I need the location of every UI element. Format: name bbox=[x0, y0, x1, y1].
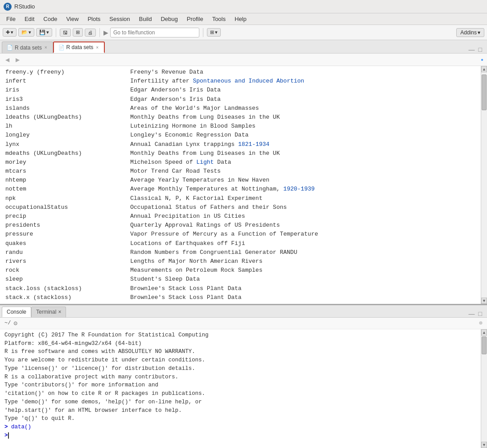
menu-help[interactable]: Help bbox=[231, 15, 250, 23]
table-row[interactable]: iris3Edgar Anderson's Iris Data bbox=[0, 95, 481, 104]
tab-r-datasets-active[interactable]: 📄 R data sets × bbox=[53, 41, 105, 53]
table-row[interactable]: randuRandom Numbers from Congruential Ge… bbox=[0, 248, 481, 257]
tab-console[interactable]: Console bbox=[2, 307, 31, 317]
table-row[interactable]: npkClassical N, P, K Factorial Experimen… bbox=[0, 194, 481, 203]
table-row[interactable]: morleyMichelson Speed of Light Data bbox=[0, 158, 481, 167]
dataset-description: Lengths of Major North American Rivers bbox=[130, 257, 475, 265]
minimize-pane-button[interactable]: — bbox=[467, 46, 476, 53]
console-scroll-up[interactable]: ▲ bbox=[481, 329, 487, 336]
console-output[interactable]: Copyright (C) 2017 The R Foundation for … bbox=[0, 329, 481, 448]
table-row[interactable]: occupationalStatusOccupational Status of… bbox=[0, 203, 481, 212]
menu-tools[interactable]: Tools bbox=[209, 15, 229, 23]
tab-r-datasets-inactive[interactable]: 📄 R data sets × bbox=[2, 41, 53, 53]
save-file-button[interactable]: 🖫 bbox=[60, 29, 71, 37]
menu-edit[interactable]: Edit bbox=[21, 15, 38, 23]
tab-inactive-close[interactable]: × bbox=[44, 45, 48, 50]
tab-active-label: R data sets bbox=[66, 44, 94, 50]
new-file-button[interactable]: ✚ ▾ bbox=[3, 28, 17, 37]
table-row[interactable]: islandsAreas of the World's Major Landma… bbox=[0, 104, 481, 113]
menu-code[interactable]: Code bbox=[40, 15, 61, 23]
table-row[interactable]: rockMeasurements on Petroleum Rock Sampl… bbox=[0, 266, 481, 275]
terminal-close[interactable]: × bbox=[58, 309, 61, 315]
table-row[interactable]: irisEdgar Anderson's Iris Data bbox=[0, 86, 481, 95]
open-file-button[interactable]: 📂 ▾ bbox=[18, 28, 34, 37]
table-row[interactable]: lhLuteinizing Hormone in Blood Samples bbox=[0, 122, 481, 131]
dataset-description: Brownlee's Stack Loss Plant Data bbox=[130, 285, 475, 293]
console-scroll-thumb[interactable] bbox=[482, 336, 487, 354]
folder-icon: 📂 bbox=[21, 29, 28, 35]
scroll-thumb-area[interactable] bbox=[481, 72, 487, 298]
dataset-description: Edgar Anderson's Iris Data bbox=[130, 95, 475, 104]
go-arrow-icon: ▶ bbox=[103, 29, 108, 36]
console-scroll-down[interactable]: ▼ bbox=[481, 442, 487, 448]
forward-button[interactable]: ▶ bbox=[14, 56, 21, 64]
grid-button[interactable]: ⊞ ▾ bbox=[207, 28, 221, 37]
table-row[interactable]: presidentsQuarterly Approval Ratings of … bbox=[0, 221, 481, 230]
dataset-description: Classical N, P, K Factorial Experiment bbox=[130, 195, 475, 203]
dataset-name: precip bbox=[5, 212, 130, 220]
back-button[interactable]: ◀ bbox=[4, 56, 11, 64]
menu-debug[interactable]: Debug bbox=[157, 15, 181, 23]
dataset-name: islands bbox=[5, 104, 130, 112]
floppy2-icon: ⊞ bbox=[76, 29, 80, 35]
console-line: Type 'contributors()' for more informati… bbox=[4, 381, 476, 390]
table-row[interactable]: infertInfertility after Spontaneous and … bbox=[0, 77, 481, 86]
maximize-pane-button[interactable]: □ bbox=[477, 46, 483, 53]
dataset-name: stack.x (stackloss) bbox=[5, 294, 130, 302]
scroll-up-arrow[interactable]: ▲ bbox=[481, 66, 487, 72]
dataset-name: rivers bbox=[5, 257, 130, 265]
dataset-name: nottem bbox=[5, 185, 130, 193]
console-tab-label: Console bbox=[7, 309, 26, 315]
print-button[interactable]: 🖨 bbox=[85, 29, 96, 37]
console-clear-icon[interactable]: ⊗ bbox=[479, 319, 483, 327]
toolbar-sep3 bbox=[203, 28, 203, 37]
data-scrollbar[interactable]: ▲ ▼ bbox=[481, 66, 487, 304]
bottom-pane: Console Terminal × — □ ~/ ⚙ ⊗ Copyright … bbox=[0, 305, 487, 448]
menu-build[interactable]: Build bbox=[136, 15, 156, 23]
table-row[interactable]: quakesLocations of Earthquakes off Fiji bbox=[0, 239, 481, 248]
console-prompt-empty[interactable]: > bbox=[4, 432, 8, 439]
tab-terminal[interactable]: Terminal × bbox=[31, 307, 66, 317]
console-maximize-button[interactable]: □ bbox=[477, 310, 483, 317]
table-row[interactable]: riversLengths of Major North American Ri… bbox=[0, 257, 481, 266]
table-row[interactable]: precipAnnual Precipitation in US Cities bbox=[0, 212, 481, 221]
dataset-description: Random Numbers from Congruential Generat… bbox=[130, 249, 475, 257]
table-row[interactable]: longleyLongley's Economic Regression Dat… bbox=[0, 131, 481, 140]
scroll-down-arrow[interactable]: ▼ bbox=[481, 298, 487, 304]
scroll-thumb[interactable] bbox=[482, 75, 487, 110]
table-row[interactable]: mtcarsMotor Trend Car Road Tests bbox=[0, 167, 481, 176]
tab-active-close[interactable]: × bbox=[95, 45, 99, 50]
table-row[interactable]: sleepStudent's Sleep Data bbox=[0, 275, 481, 284]
dataset-description: Luteinizing Hormone in Blood Samples bbox=[130, 122, 475, 130]
title-bar: R RStudio bbox=[0, 0, 487, 13]
console-scrollbar[interactable]: ▲ ▼ bbox=[481, 329, 487, 448]
dataset-name: presidents bbox=[5, 221, 130, 229]
table-row[interactable]: lynxAnnual Canadian Lynx trappings 1821-… bbox=[0, 140, 481, 149]
go-to-file-input[interactable] bbox=[110, 28, 199, 37]
console-scroll-thumb-area[interactable] bbox=[481, 336, 487, 442]
addins-button[interactable]: Addins ▾ bbox=[456, 28, 484, 37]
menu-file[interactable]: File bbox=[3, 15, 19, 23]
console-path-bar: ~/ ⚙ ⊗ bbox=[0, 318, 487, 329]
menu-session[interactable]: Session bbox=[106, 15, 133, 23]
menu-plots[interactable]: Plots bbox=[84, 15, 104, 23]
table-row[interactable]: nhtempAverage Yearly Temperatures in New… bbox=[0, 176, 481, 185]
sync-dot: ● bbox=[481, 57, 483, 62]
console-minimize-button[interactable]: — bbox=[467, 310, 476, 317]
dataset-name: rock bbox=[5, 266, 130, 274]
dataset-description: Annual Precipitation in US Cities bbox=[130, 212, 475, 220]
table-row[interactable]: nottemAverage Monthly Temperatures at No… bbox=[0, 185, 481, 194]
save-all-button[interactable]: ⊞ bbox=[73, 28, 83, 37]
table-row[interactable]: mdeaths (UKLungDeaths)Monthly Deaths fro… bbox=[0, 149, 481, 158]
table-row[interactable]: freeny.y (freeny)Freeny's Revenue Data bbox=[0, 68, 481, 77]
menu-profile[interactable]: Profile bbox=[183, 15, 207, 23]
dataset-name: lynx bbox=[5, 141, 130, 149]
table-row[interactable]: ldeaths (UKLungDeaths)Monthly Deaths fro… bbox=[0, 113, 481, 122]
save-button[interactable]: 💾 ▾ bbox=[36, 28, 52, 37]
table-row[interactable]: stack.loss (stackloss)Brownlee's Stack L… bbox=[0, 284, 481, 293]
menu-view[interactable]: View bbox=[62, 15, 82, 23]
table-row[interactable]: stack.x (stackloss)Brownlee's Stack Loss… bbox=[0, 293, 481, 302]
print-icon: 🖨 bbox=[88, 30, 93, 35]
console-line: > data() bbox=[4, 423, 476, 431]
table-row[interactable]: pressureVapor Pressure of Mercury as a F… bbox=[0, 230, 481, 239]
